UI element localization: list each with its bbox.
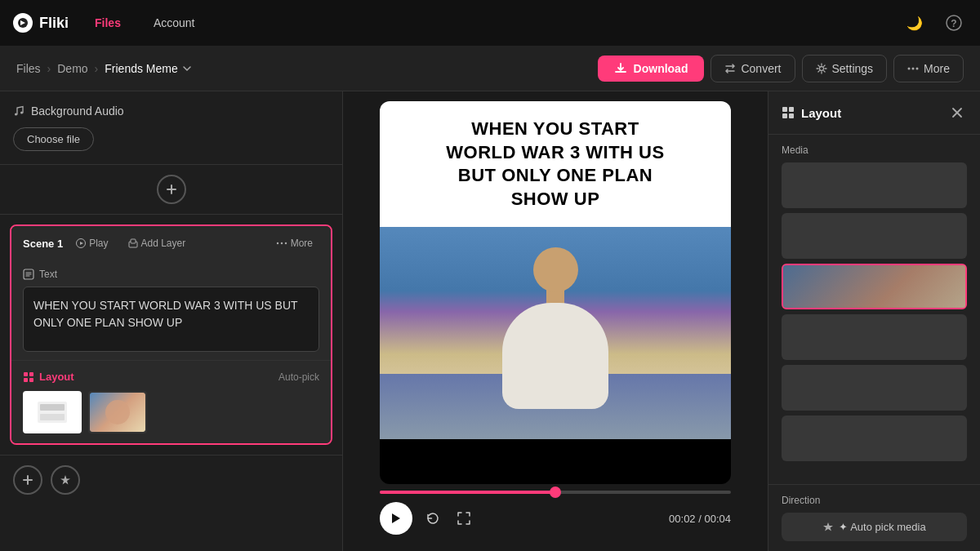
white-layout-icon xyxy=(36,400,69,424)
svg-rect-18 xyxy=(24,378,28,382)
right-panel-title: Layout xyxy=(782,106,841,120)
progress-fill xyxy=(380,491,555,494)
center-panel: WHEN YOU STARTWORLD WAR 3 WITH USBUT ONL… xyxy=(343,91,768,551)
more-button[interactable]: More xyxy=(893,55,964,82)
convert-button[interactable]: Convert xyxy=(710,55,795,82)
settings-button[interactable]: Settings xyxy=(802,55,888,82)
meme-text: WHEN YOU STARTWORLD WAR 3 WITH USBUT ONL… xyxy=(399,118,711,211)
fullscreen-icon xyxy=(457,511,471,526)
scene-layout-section: Layout Auto-pick xyxy=(11,360,331,443)
breadcrumb-sep-1: › xyxy=(47,62,51,75)
svg-point-3 xyxy=(819,66,823,70)
settings-icon xyxy=(816,63,827,74)
svg-rect-22 xyxy=(40,414,65,420)
media-thumb-5[interactable] xyxy=(782,365,967,411)
main-content: Background Audio Choose file Scene 1 Pla xyxy=(0,91,980,551)
convert-icon xyxy=(724,63,736,74)
media-thumb-4[interactable] xyxy=(782,314,967,360)
breadcrumb-demo[interactable]: Demo xyxy=(57,62,87,75)
layout-thumb-media[interactable] xyxy=(88,391,147,433)
svg-rect-25 xyxy=(782,113,787,118)
media-section-label: Media xyxy=(768,135,980,162)
svg-text:?: ? xyxy=(951,18,956,29)
add-scene-button[interactable] xyxy=(157,175,186,204)
text-icon xyxy=(23,269,34,280)
magic-action-button[interactable] xyxy=(51,465,80,495)
auto-pick-media-button[interactable]: ✦ Auto pick media xyxy=(782,513,967,541)
music-icon xyxy=(13,105,24,117)
play-scene-button[interactable]: Play xyxy=(69,234,114,252)
video-controls: 00:02 / 00:04 xyxy=(380,484,731,541)
media-thumb-2[interactable] xyxy=(782,213,967,259)
svg-point-4 xyxy=(908,67,911,69)
svg-point-12 xyxy=(276,242,278,244)
scene-title: Scene 1 xyxy=(23,238,63,250)
svg-rect-16 xyxy=(24,372,28,376)
breadcrumb-bar: Files › Demo › Friends Meme Download Con… xyxy=(0,46,980,91)
right-panel-header: Layout xyxy=(768,91,980,135)
svg-rect-19 xyxy=(29,378,33,382)
left-bottom-actions xyxy=(0,455,342,504)
replay-icon xyxy=(425,511,440,526)
add-bottom-icon xyxy=(21,473,34,487)
logo-icon xyxy=(13,13,33,33)
plus-icon xyxy=(165,183,178,196)
layout-thumbnails xyxy=(23,391,319,433)
direction-label: Direction xyxy=(782,495,967,506)
svg-rect-11 xyxy=(131,239,136,243)
breadcrumb-sep-2: › xyxy=(95,62,99,75)
person-figure xyxy=(474,235,637,431)
media-thumb-1[interactable] xyxy=(782,162,967,208)
magic-icon xyxy=(59,473,72,487)
auto-pick-icon xyxy=(822,522,834,533)
breadcrumb-current[interactable]: Friends Meme xyxy=(105,62,192,75)
app-logo: Fliki xyxy=(13,13,69,33)
controls-row: 00:02 / 00:04 xyxy=(380,502,731,535)
svg-rect-21 xyxy=(40,404,65,411)
text-layer: Text WHEN YOU START WORLD WAR 3 WITH US … xyxy=(11,260,331,360)
media-thumb-3[interactable] xyxy=(782,264,967,309)
app-name: Fliki xyxy=(39,15,69,32)
close-right-panel-button[interactable] xyxy=(947,103,967,122)
svg-point-7 xyxy=(15,113,17,116)
more-icon xyxy=(907,63,919,74)
meme-image xyxy=(380,227,731,439)
download-button[interactable]: Download xyxy=(598,56,705,82)
text-content[interactable]: WHEN YOU START WORLD WAR 3 WITH US BUT O… xyxy=(23,287,319,352)
play-button[interactable] xyxy=(380,502,412,535)
dark-mode-toggle[interactable]: 🌙 xyxy=(902,10,928,36)
download-icon xyxy=(614,62,627,75)
left-panel: Background Audio Choose file Scene 1 Pla xyxy=(0,91,343,551)
progress-thumb[interactable] xyxy=(550,487,561,498)
layout-icon-small xyxy=(23,371,34,383)
svg-point-8 xyxy=(20,112,23,114)
video-preview: WHEN YOU STARTWORLD WAR 3 WITH USBUT ONL… xyxy=(380,101,731,484)
chevron-down-icon xyxy=(181,63,193,74)
scene-more-icon xyxy=(276,238,287,249)
breadcrumb-files[interactable]: Files xyxy=(16,62,41,75)
help-button[interactable]: ? xyxy=(941,10,967,36)
nav-account[interactable]: Account xyxy=(147,13,202,33)
svg-point-6 xyxy=(916,67,919,69)
fullscreen-button[interactable] xyxy=(453,508,474,529)
layout-thumb-white[interactable] xyxy=(23,391,82,433)
progress-bar[interactable] xyxy=(380,491,731,494)
play-icon xyxy=(76,238,86,248)
svg-rect-17 xyxy=(29,372,33,376)
media-grid xyxy=(768,162,980,484)
play-control-icon xyxy=(391,513,401,524)
replay-button[interactable] xyxy=(422,508,443,529)
scene-block: Scene 1 Play Add Layer xyxy=(10,224,332,445)
scene-more-button[interactable]: More xyxy=(270,234,319,252)
toolbar-actions: Download Convert Settings More xyxy=(598,55,964,82)
add-layer-button[interactable]: Add Layer xyxy=(122,234,193,252)
top-navigation: Fliki Files Account 🌙 ? xyxy=(0,0,980,46)
svg-rect-26 xyxy=(789,113,794,118)
nav-files[interactable]: Files xyxy=(88,13,127,33)
choose-file-button[interactable]: Choose file xyxy=(13,127,94,151)
media-thumb-6[interactable] xyxy=(782,415,967,461)
add-action-button[interactable] xyxy=(13,465,42,495)
right-panel: Layout Media Direction xyxy=(768,91,980,551)
close-icon xyxy=(951,107,963,118)
scene-header: Scene 1 Play Add Layer xyxy=(11,226,331,260)
